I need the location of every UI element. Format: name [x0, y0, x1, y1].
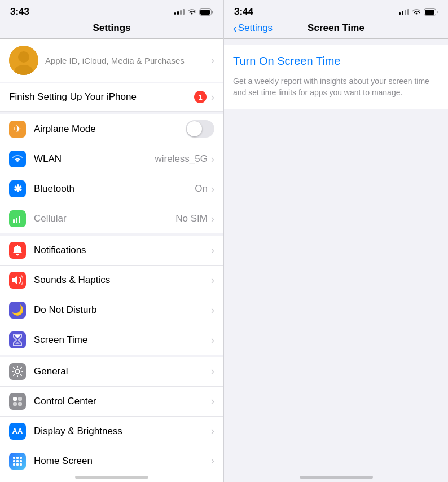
- general-chevron-icon: ›: [211, 365, 214, 377]
- svg-rect-13: [13, 457, 15, 459]
- finish-setup-label: Finish Setting Up Your iPhone: [9, 91, 194, 103]
- homescreen-item[interactable]: Home Screen ›: [0, 446, 223, 476]
- sounds-label: Sounds & Haptics: [34, 275, 211, 286]
- left-status-icons: [174, 8, 213, 16]
- wlan-item[interactable]: WLAN wireless_5G ›: [0, 144, 223, 174]
- wlan-chevron-icon: ›: [211, 153, 214, 165]
- donotdisturb-icon: 🌙: [9, 302, 26, 319]
- left-nav-bar: Settings: [0, 20, 223, 39]
- svg-rect-7: [19, 216, 20, 223]
- svg-rect-18: [20, 460, 22, 462]
- cellular-item[interactable]: Cellular No SIM ›: [0, 204, 223, 233]
- left-panel: 3:43 Settings: [0, 0, 224, 482]
- profile-subtitle: Apple ID, iCloud, Media & Purchases: [45, 56, 211, 65]
- cellular-glyph: [12, 214, 23, 224]
- wlan-label: WLAN: [34, 153, 155, 165]
- svg-rect-23: [425, 10, 434, 15]
- notifications-list: Notifications › Sounds & Haptics › �: [0, 236, 223, 355]
- toggle-knob: [187, 121, 202, 136]
- connectivity-list: ✈ Airplane Mode WLAN wireless_5G: [0, 114, 223, 233]
- wifi-icon: [187, 8, 196, 15]
- display-icon: AA: [9, 423, 26, 440]
- controlcenter-item[interactable]: Control Center ›: [0, 387, 223, 417]
- bluetooth-label: Bluetooth: [34, 183, 195, 194]
- left-home-indicator: [0, 476, 223, 482]
- svg-rect-17: [16, 460, 19, 462]
- right-status-bar: 3:44: [224, 0, 448, 20]
- svg-rect-21: [20, 463, 22, 466]
- profile-chevron-icon: ›: [211, 55, 214, 67]
- right-home-bar: [300, 476, 373, 479]
- display-chevron-icon: ›: [211, 425, 214, 437]
- finish-setup-item[interactable]: Finish Setting Up Your iPhone 1 ›: [0, 83, 223, 112]
- display-glyph: AA: [12, 427, 23, 435]
- right-home-indicator: [224, 466, 448, 482]
- left-home-bar: [75, 476, 148, 479]
- back-button[interactable]: ‹ Settings: [233, 23, 273, 34]
- svg-point-8: [16, 369, 20, 373]
- wlan-icon: [9, 151, 26, 167]
- airplane-mode-label: Airplane Mode: [34, 123, 186, 135]
- finish-setup-chevron-icon: ›: [211, 91, 214, 103]
- svg-rect-9: [13, 397, 17, 401]
- svg-rect-1: [200, 10, 210, 15]
- bluetooth-chevron-icon: ›: [211, 183, 214, 195]
- airplane-mode-icon: ✈: [9, 121, 26, 138]
- hourglass-icon: [13, 334, 22, 346]
- back-label: Settings: [238, 23, 273, 34]
- notifications-chevron-icon: ›: [211, 245, 214, 257]
- airplane-icon-glyph: ✈: [14, 123, 22, 135]
- notifications-item[interactable]: Notifications ›: [0, 236, 223, 266]
- profile-info: Apple ID, iCloud, Media & Purchases: [45, 56, 211, 65]
- finish-setup-badge: 1: [194, 91, 207, 103]
- right-nav-title: Screen Time: [308, 23, 364, 34]
- svg-rect-15: [20, 457, 22, 459]
- bluetooth-icon: ✱: [9, 180, 26, 197]
- controlcenter-chevron-icon: ›: [211, 395, 214, 407]
- right-gap1: [224, 39, 448, 45]
- homescreen-chevron-icon: ›: [211, 455, 214, 467]
- sounds-chevron-icon: ›: [211, 275, 214, 286]
- right-gray-fill: [224, 109, 448, 466]
- controlcenter-label: Control Center: [34, 396, 211, 407]
- grid-icon: [12, 456, 23, 466]
- left-time: 3:43: [10, 6, 29, 17]
- turn-on-screen-time-button[interactable]: Turn On Screen Time: [224, 45, 448, 73]
- homescreen-icon: [9, 453, 26, 470]
- general-list: General › Control Center ›: [0, 357, 223, 476]
- bluetooth-item[interactable]: ✱ Bluetooth On ›: [0, 174, 223, 204]
- svg-point-3: [18, 51, 29, 63]
- donotdisturb-label: Do Not Disturb: [34, 304, 211, 316]
- svg-rect-14: [16, 457, 19, 459]
- sound-icon: [12, 275, 23, 285]
- moon-icon: 🌙: [11, 304, 24, 316]
- screentime-item[interactable]: Screen Time ›: [0, 325, 223, 355]
- right-nav-bar: ‹ Settings Screen Time: [224, 20, 448, 39]
- screen-time-description: Get a weekly report with insights about …: [224, 73, 448, 109]
- notifications-icon: [9, 242, 26, 259]
- bluetooth-value: On: [195, 183, 208, 194]
- screentime-icon: [9, 331, 26, 348]
- svg-rect-11: [13, 402, 17, 406]
- airplane-mode-item[interactable]: ✈ Airplane Mode: [0, 114, 223, 144]
- general-item[interactable]: General ›: [0, 357, 223, 387]
- battery-icon: [199, 8, 213, 16]
- bell-icon: [12, 245, 23, 256]
- controlcenter-icon: [9, 393, 26, 410]
- signal-icon: [174, 9, 185, 15]
- right-time: 3:44: [234, 6, 253, 17]
- donotdisturb-chevron-icon: ›: [211, 304, 214, 316]
- general-label: General: [34, 366, 211, 377]
- sounds-item[interactable]: Sounds & Haptics ›: [0, 266, 223, 295]
- bluetooth-glyph: ✱: [14, 183, 22, 195]
- svg-rect-5: [13, 219, 15, 223]
- airplane-mode-toggle[interactable]: [186, 120, 214, 138]
- display-item[interactable]: AA Display & Brightness ›: [0, 417, 223, 446]
- donotdisturb-item[interactable]: 🌙 Do Not Disturb ›: [0, 295, 223, 325]
- display-label: Display & Brightness: [34, 426, 211, 437]
- right-signal-icon: [399, 9, 409, 15]
- avatar-image: [9, 46, 38, 75]
- cellular-label: Cellular: [34, 213, 175, 224]
- profile-section[interactable]: Apple ID, iCloud, Media & Purchases ›: [0, 39, 223, 82]
- left-status-bar: 3:43: [0, 0, 223, 20]
